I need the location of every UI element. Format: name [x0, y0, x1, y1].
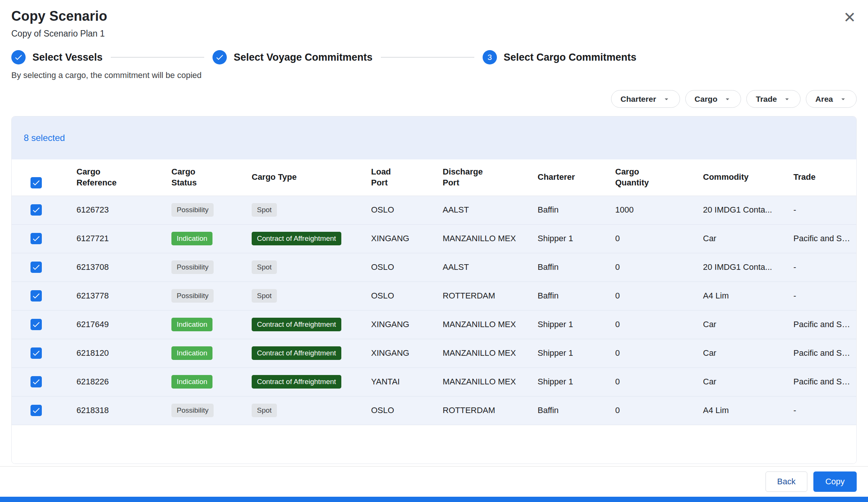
filter-cargo-dropdown[interactable]: Cargo [685, 90, 741, 108]
filter-charterer-dropdown[interactable]: Charterer [611, 90, 680, 108]
row-checkbox[interactable] [31, 347, 42, 359]
row-checkbox[interactable] [31, 290, 42, 302]
stepper-connector [111, 57, 204, 58]
cell-cargo-status: Indication [167, 367, 247, 396]
cell-trade: - [789, 282, 856, 310]
step-select-voyage-commitments[interactable]: Select Voyage Commitments [212, 50, 373, 64]
dialog-subtitle: Copy of Scenario Plan 1 [11, 29, 107, 39]
filter-label: Charterer [620, 95, 656, 104]
row-checkbox-cell [12, 253, 72, 282]
cargo-status-badge: Possibility [171, 404, 214, 417]
cell-commodity: 20 IMDG1 Conta... [698, 253, 789, 282]
step-label: Select Cargo Commitments [504, 52, 637, 63]
cell-cargo-type: Spot [247, 196, 367, 224]
cell-load-port: OSLO [367, 253, 438, 282]
cell-cargo-quantity: 0 [611, 282, 698, 310]
filter-area-dropdown[interactable]: Area [806, 90, 857, 108]
table-row[interactable]: 6126723PossibilitySpotOSLOAALSTBaffin100… [12, 196, 856, 224]
row-checkbox[interactable] [31, 233, 42, 244]
table-body: 6126723PossibilitySpotOSLOAALSTBaffin100… [12, 196, 856, 425]
cell-load-port: XINGANG [367, 310, 438, 339]
table-row[interactable]: 6213778PossibilitySpotOSLOROTTERDAMBaffi… [12, 282, 856, 310]
close-icon[interactable]: ✕ [842, 8, 857, 26]
row-checkbox[interactable] [31, 376, 42, 387]
cell-discharge-port: ROTTERDAM [438, 282, 533, 310]
step-select-cargo-commitments[interactable]: 3 Select Cargo Commitments [483, 50, 637, 64]
cargo-type-badge: Contract of Affreightment [252, 318, 341, 331]
cell-load-port: OSLO [367, 396, 438, 425]
cell-cargo-quantity: 0 [611, 310, 698, 339]
table-row[interactable]: 6217649IndicationContract of Affreightme… [12, 310, 856, 339]
cell-cargo-reference: 6213708 [72, 253, 167, 282]
cargo-status-badge: Indication [171, 232, 212, 245]
column-header-cargo-type: Cargo Type [247, 159, 367, 196]
cell-load-port: XINGANG [367, 224, 438, 253]
table-row[interactable]: 6218318PossibilitySpotOSLOROTTERDAMBaffi… [12, 396, 856, 425]
cell-cargo-quantity: 0 [611, 224, 698, 253]
cell-cargo-status: Possibility [167, 196, 247, 224]
dialog-title-group: Copy Scenario Copy of Scenario Plan 1 [11, 8, 107, 39]
cell-cargo-status: Possibility [167, 282, 247, 310]
cargo-type-badge: Spot [252, 260, 277, 274]
cell-load-port: OSLO [367, 196, 438, 224]
selected-count: 8 selected [24, 133, 65, 143]
cell-cargo-status: Indication [167, 310, 247, 339]
table-row[interactable]: 6218120IndicationContract of Affreightme… [12, 339, 856, 367]
filter-bar: Charterer Cargo Trade Area [11, 90, 857, 108]
cell-commodity: Car [698, 367, 789, 396]
table-header-row: Cargo Reference Cargo Status Cargo Type … [12, 159, 856, 196]
column-header-discharge-port: Discharge Port [438, 159, 533, 196]
step-select-vessels[interactable]: Select Vessels [11, 50, 102, 64]
cargo-type-badge: Spot [252, 203, 277, 217]
page-title: Copy Scenario [11, 8, 107, 24]
row-checkbox[interactable] [31, 319, 42, 330]
cell-cargo-type: Spot [247, 253, 367, 282]
dialog-header: Copy Scenario Copy of Scenario Plan 1 ✕ [0, 0, 868, 39]
select-all-cell [12, 159, 72, 196]
cargo-type-badge: Spot [252, 289, 277, 303]
column-header-commodity: Commodity [698, 159, 789, 196]
helper-text: By selecting a cargo, the commitment wil… [11, 70, 857, 80]
back-button[interactable]: Back [766, 471, 807, 492]
select-all-checkbox[interactable] [31, 177, 42, 188]
cell-cargo-status: Possibility [167, 396, 247, 425]
table-row[interactable]: 6218226IndicationContract of Affreightme… [12, 367, 856, 396]
cargo-commitments-panel: 8 selected Cargo Reference Cargo Status … [11, 116, 857, 464]
column-header-cargo-status: Cargo Status [167, 159, 247, 196]
cell-charterer: Baffin [533, 396, 611, 425]
table-row[interactable]: 6127721IndicationContract of Affreightme… [12, 224, 856, 253]
cargo-status-badge: Possibility [171, 289, 214, 303]
cell-charterer: Baffin [533, 196, 611, 224]
cell-cargo-quantity: 1000 [611, 196, 698, 224]
row-checkbox-cell [12, 367, 72, 396]
cargo-type-badge: Contract of Affreightment [252, 346, 341, 360]
cell-trade: - [789, 396, 856, 425]
cell-cargo-reference: 6218318 [72, 396, 167, 425]
cell-load-port: OSLO [367, 282, 438, 310]
row-checkbox[interactable] [31, 204, 42, 216]
cell-cargo-type: Spot [247, 282, 367, 310]
step-label: Select Voyage Commitments [234, 52, 373, 63]
cell-charterer: Baffin [533, 282, 611, 310]
step-label: Select Vessels [32, 52, 102, 63]
step-complete-check-icon [212, 50, 227, 64]
row-checkbox[interactable] [31, 262, 42, 273]
cell-trade: Pacific and So... [789, 367, 856, 396]
cell-trade: - [789, 196, 856, 224]
copy-button[interactable]: Copy [813, 471, 857, 492]
cargo-status-badge: Indication [171, 346, 212, 360]
filter-trade-dropdown[interactable]: Trade [746, 90, 801, 108]
chevron-down-icon [839, 95, 847, 103]
dialog-footer: Back Copy [0, 466, 868, 497]
table-row[interactable]: 6213708PossibilitySpotOSLOAALSTBaffin020… [12, 253, 856, 282]
cell-commodity: Car [698, 339, 789, 367]
step-number-badge: 3 [483, 50, 497, 64]
cargo-status-badge: Possibility [171, 260, 214, 274]
cell-commodity: Car [698, 310, 789, 339]
cell-trade: Pacific and So... [789, 224, 856, 253]
cell-discharge-port: AALST [438, 253, 533, 282]
row-checkbox[interactable] [31, 405, 42, 416]
row-checkbox-cell [12, 396, 72, 425]
cell-cargo-reference: 6126723 [72, 196, 167, 224]
column-header-load-port: Load Port [367, 159, 438, 196]
